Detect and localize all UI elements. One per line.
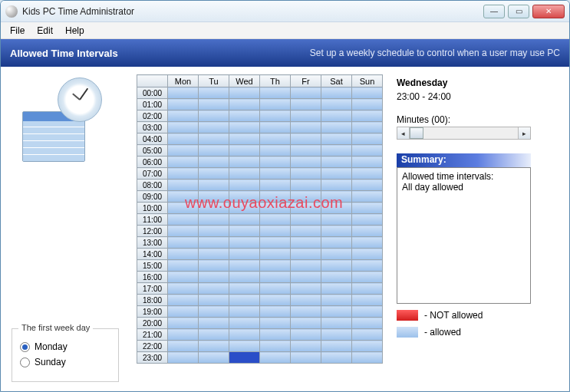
time-slot[interactable] [199,122,229,133]
time-slot[interactable] [199,352,229,364]
time-slot[interactable] [199,87,229,99]
time-slot[interactable] [352,249,383,260]
hour-label[interactable]: 12:00 [137,226,168,237]
schedule-table[interactable]: MonTuWedThFrSatSun00:0001:0002:0003:0004… [137,74,383,364]
time-slot[interactable] [291,318,321,329]
time-slot[interactable] [260,341,291,352]
hour-label[interactable]: 13:00 [137,237,168,249]
time-slot[interactable] [321,87,352,99]
day-header[interactable]: Wed [229,75,260,87]
time-slot[interactable] [321,180,352,191]
time-slot[interactable] [199,145,229,156]
time-slot[interactable] [199,191,229,203]
time-slot[interactable] [321,214,352,226]
time-slot[interactable] [260,168,291,180]
time-slot[interactable] [168,341,199,352]
time-slot[interactable] [168,87,199,99]
time-slot[interactable] [199,203,229,214]
time-slot[interactable] [168,99,199,110]
time-slot[interactable] [199,260,229,272]
time-slot[interactable] [199,133,229,145]
time-slot[interactable] [260,272,291,283]
time-slot[interactable] [291,99,321,110]
time-slot[interactable] [199,156,229,168]
time-slot[interactable] [321,306,352,318]
time-slot[interactable] [229,180,260,191]
maximize-button[interactable]: ▭ [508,5,529,18]
time-slot[interactable] [260,306,291,318]
time-slot[interactable] [260,145,291,156]
time-slot[interactable] [352,122,383,133]
time-slot[interactable] [352,226,383,237]
time-slot[interactable] [168,191,199,203]
day-header[interactable]: Fr [291,75,321,87]
time-slot[interactable] [321,99,352,110]
time-slot[interactable] [199,272,229,283]
time-slot[interactable] [321,226,352,237]
time-slot[interactable] [321,283,352,295]
time-slot[interactable] [168,295,199,306]
time-slot[interactable] [260,191,291,203]
time-slot[interactable] [352,260,383,272]
day-header[interactable]: Sat [321,75,352,87]
time-slot[interactable] [352,203,383,214]
radio-sunday[interactable]: Sunday [20,357,110,367]
time-slot[interactable] [229,214,260,226]
time-slot[interactable] [168,237,199,249]
time-slot[interactable] [291,87,321,99]
day-header[interactable]: Mon [168,75,199,87]
hour-label[interactable]: 04:00 [137,133,168,145]
time-slot[interactable] [291,203,321,214]
time-slot[interactable] [199,237,229,249]
time-slot[interactable] [352,214,383,226]
time-slot[interactable] [229,168,260,180]
time-slot[interactable] [352,237,383,249]
time-slot[interactable] [321,168,352,180]
time-slot[interactable] [321,352,352,364]
hour-label[interactable]: 06:00 [137,156,168,168]
time-slot[interactable] [260,226,291,237]
hour-label[interactable]: 19:00 [137,306,168,318]
time-slot[interactable] [291,191,321,203]
time-slot[interactable] [352,145,383,156]
minimize-button[interactable]: — [483,5,505,18]
time-slot[interactable] [168,329,199,341]
time-slot[interactable] [291,110,321,122]
time-slot[interactable] [229,352,260,364]
time-slot[interactable] [352,352,383,364]
time-slot[interactable] [199,168,229,180]
slider-thumb[interactable] [410,127,423,139]
hour-label[interactable]: 05:00 [137,145,168,156]
hour-label[interactable]: 23:00 [137,352,168,364]
time-slot[interactable] [199,214,229,226]
time-slot[interactable] [199,110,229,122]
time-slot[interactable] [199,318,229,329]
time-slot[interactable] [352,295,383,306]
hour-label[interactable]: 22:00 [137,341,168,352]
time-slot[interactable] [321,203,352,214]
time-slot[interactable] [260,122,291,133]
time-slot[interactable] [260,283,291,295]
minutes-slider[interactable]: ◂ ▸ [397,127,531,140]
time-slot[interactable] [260,237,291,249]
time-slot[interactable] [199,295,229,306]
time-slot[interactable] [199,329,229,341]
time-slot[interactable] [229,295,260,306]
time-slot[interactable] [168,180,199,191]
time-slot[interactable] [321,249,352,260]
time-slot[interactable] [352,180,383,191]
day-header[interactable]: Th [260,75,291,87]
time-slot[interactable] [229,110,260,122]
time-slot[interactable] [260,329,291,341]
time-slot[interactable] [229,191,260,203]
time-slot[interactable] [291,283,321,295]
time-slot[interactable] [352,341,383,352]
time-slot[interactable] [291,180,321,191]
hour-label[interactable]: 18:00 [137,295,168,306]
time-slot[interactable] [199,249,229,260]
time-slot[interactable] [229,133,260,145]
time-slot[interactable] [321,145,352,156]
time-slot[interactable] [352,306,383,318]
slider-track[interactable] [410,127,504,139]
time-slot[interactable] [291,156,321,168]
